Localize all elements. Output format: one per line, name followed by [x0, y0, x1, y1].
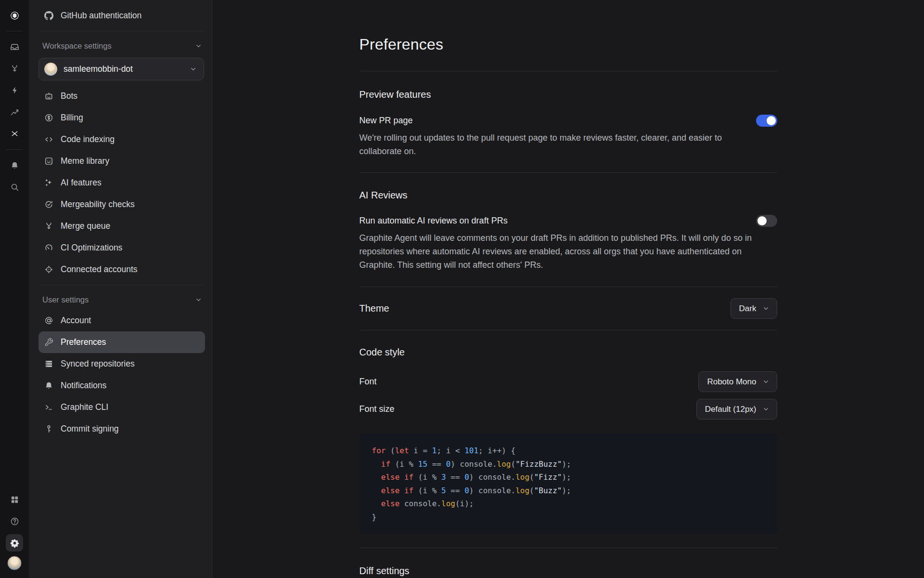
- sidebar-item-ai-features[interactable]: AI features: [38, 172, 205, 194]
- workspace-settings-header[interactable]: Workspace settings: [38, 36, 205, 56]
- draft-pr-reviews-toggle[interactable]: [756, 215, 777, 227]
- sidebar-item-ci-optimizations[interactable]: CI Optimizations: [38, 237, 205, 259]
- smiley-card-icon: [44, 157, 53, 166]
- rail-divider: [6, 31, 23, 31]
- apps-grid-icon[interactable]: [6, 491, 23, 508]
- check-cycle-icon: [44, 200, 53, 209]
- sidebar-item-account[interactable]: Account: [38, 310, 205, 331]
- sidebar-item-label: Code indexing: [61, 134, 115, 144]
- chevron-down-icon: [762, 406, 770, 413]
- sidebar-item-bots[interactable]: Bots: [38, 85, 205, 107]
- sidebar-item-preferences[interactable]: Preferences: [38, 331, 205, 353]
- draft-pr-reviews-label: Run automatic AI reviews on draft PRs: [359, 216, 508, 226]
- workspace-selector[interactable]: samleemobbin-dot: [38, 58, 204, 80]
- sidebar-item-label: Graphite CLI: [61, 402, 108, 412]
- insights-chart-icon[interactable]: [6, 103, 23, 120]
- draft-pr-reviews-description: Graphite Agent will leave comments on yo…: [359, 231, 754, 272]
- chevron-down-icon: [195, 42, 202, 50]
- search-icon[interactable]: [6, 178, 23, 196]
- wrench-icon: [44, 338, 53, 347]
- icon-rail: [0, 0, 29, 578]
- theme-label: Theme: [359, 303, 389, 314]
- lightning-icon[interactable]: [6, 81, 23, 99]
- code-sample: for (let i = 1; i < 101; i++) { if (i % …: [359, 433, 777, 535]
- new-pr-page-toggle[interactable]: [756, 115, 777, 127]
- sidebar-item-label: Billing: [61, 113, 83, 123]
- section-header-label: User settings: [42, 295, 89, 304]
- section-heading: Diff settings: [359, 565, 777, 577]
- sidebar-item-commit-signing[interactable]: Commit signing: [38, 418, 205, 440]
- sidebar-item-github-authentication[interactable]: GitHub authentication: [38, 5, 205, 26]
- sidebar-item-mergeability-checks[interactable]: Mergeability checks: [38, 194, 205, 215]
- sidebar-item-graphite-cli[interactable]: Graphite CLI: [38, 396, 205, 418]
- sidebar-item-label: Notifications: [61, 381, 106, 391]
- font-size-value: Default (12px): [705, 405, 757, 414]
- sidebar-item-synced-repositories[interactable]: Synced repositories: [38, 353, 205, 375]
- sidebar-item-notifications[interactable]: Notifications: [38, 375, 205, 396]
- chevron-down-icon: [190, 66, 197, 73]
- github-icon: [44, 11, 53, 20]
- sidebar-item-label: Merge queue: [61, 221, 110, 231]
- section-heading: Code style: [359, 347, 777, 358]
- font-size-label: Font size: [359, 404, 395, 414]
- sidebar-item-label: Connected accounts: [61, 264, 138, 275]
- sidebar-divider: [40, 31, 204, 31]
- code-style-section: Code style Font Roboto Mono Font size De…: [359, 330, 777, 535]
- merge-queue-icon[interactable]: [6, 60, 23, 77]
- sidebar-item-meme-library[interactable]: Meme library: [38, 150, 205, 172]
- sidebar-item-label: Commit signing: [61, 424, 119, 434]
- code-brackets-icon: [44, 135, 53, 144]
- page-title: Preferences: [359, 36, 777, 53]
- section-heading: Preview features: [359, 89, 777, 100]
- sidebar-item-label: Account: [61, 315, 91, 326]
- user-avatar[interactable]: [7, 556, 22, 570]
- at-sign-icon: [44, 316, 53, 325]
- sidebar-divider: [40, 285, 204, 285]
- theme-value: Dark: [739, 304, 757, 314]
- dollar-circle-icon: [44, 113, 53, 122]
- ai-reviews-section: AI Reviews Run automatic AI reviews on d…: [359, 173, 777, 272]
- theme-dropdown[interactable]: Dark: [731, 298, 777, 319]
- preferences-page: Preferences Preview features New PR page…: [212, 0, 924, 578]
- terminal-icon: [44, 403, 53, 412]
- sidebar-item-label: AI features: [61, 178, 102, 188]
- sidebar-item-label: Meme library: [61, 156, 109, 166]
- inbox-icon[interactable]: [6, 38, 23, 55]
- help-icon[interactable]: [6, 512, 23, 530]
- chevron-down-icon: [762, 305, 770, 312]
- settings-sidebar: GitHub authentication Workspace settings…: [29, 0, 212, 578]
- sidebar-item-label: Synced repositories: [61, 359, 135, 369]
- new-pr-page-description: We're rolling out updates to the pull re…: [359, 131, 754, 158]
- sidebar-item-label: Preferences: [61, 337, 106, 347]
- user-settings-header[interactable]: User settings: [38, 289, 205, 310]
- section-heading: AI Reviews: [359, 190, 777, 201]
- sidebar-item-code-indexing[interactable]: Code indexing: [38, 129, 205, 150]
- preview-features-section: Preview features New PR page We're rolli…: [359, 71, 777, 158]
- workspace-avatar: [44, 63, 57, 76]
- font-value: Roboto Mono: [707, 377, 756, 387]
- graphite-logo-icon[interactable]: [6, 7, 23, 24]
- sidebar-item-connected-accounts[interactable]: Connected accounts: [38, 259, 205, 280]
- workspace-name: samleemobbin-dot: [64, 64, 133, 74]
- settings-gear-icon[interactable]: [6, 534, 23, 552]
- font-dropdown[interactable]: Roboto Mono: [698, 371, 777, 392]
- toggle-knob: [767, 116, 776, 125]
- section-header-label: Workspace settings: [42, 41, 112, 51]
- sidebar-item-label: Bots: [61, 91, 77, 101]
- key-icon: [44, 424, 53, 434]
- font-size-dropdown[interactable]: Default (12px): [696, 399, 777, 420]
- sidebar-item-billing[interactable]: Billing: [38, 107, 205, 129]
- merge-conflicts-icon[interactable]: [6, 125, 23, 142]
- server-stack-icon: [44, 359, 53, 368]
- theme-section: Theme Dark: [359, 287, 777, 330]
- crosshair-icon: [44, 265, 53, 274]
- toggle-knob: [757, 216, 767, 225]
- merge-queue-icon: [44, 222, 53, 231]
- new-pr-page-label: New PR page: [359, 116, 413, 126]
- sidebar-item-merge-queue[interactable]: Merge queue: [38, 215, 205, 237]
- sidebar-item-label: GitHub authentication: [61, 11, 141, 21]
- sparkles-icon: [44, 178, 53, 187]
- notifications-bell-icon[interactable]: [6, 157, 23, 174]
- sidebar-item-label: CI Optimizations: [61, 243, 122, 253]
- sidebar-item-label: Mergeability checks: [61, 199, 135, 210]
